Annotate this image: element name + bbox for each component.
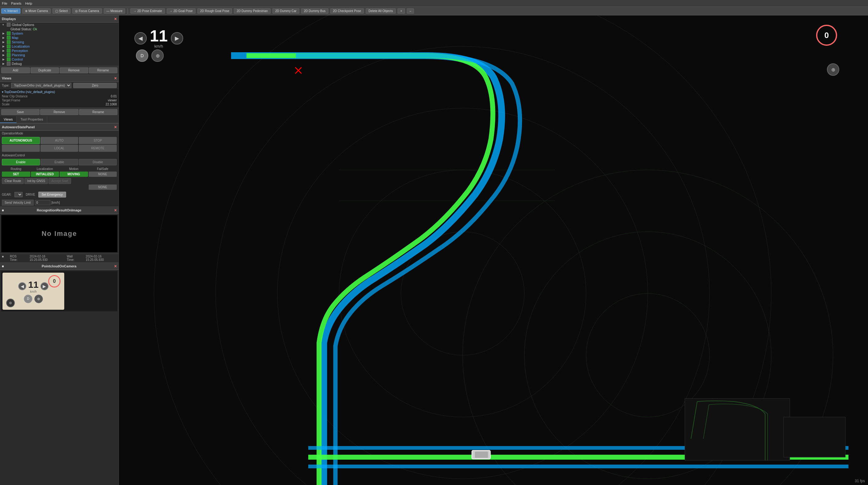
checkbox-icon[interactable] (7, 23, 10, 27)
rename-view-button[interactable]: Rename (79, 109, 117, 115)
tree-planning[interactable]: ▶ Planning (0, 53, 119, 57)
select-button[interactable]: ▢ Select (53, 8, 70, 13)
tree-control[interactable]: ▶ Control (0, 57, 119, 61)
mini-prev-button[interactable]: ◀ (18, 282, 26, 290)
autoware-panel-title: AutowareStatePanel (2, 125, 35, 129)
menu-panels[interactable]: Panels (11, 2, 22, 5)
arrow-icon-4: ▶ (2, 36, 6, 39)
zero-button[interactable]: Zero (73, 83, 117, 88)
displays-section: Displays × ▾ Global Options Global Statu… (0, 16, 119, 75)
delete-all-button[interactable]: Delete All Objects (366, 8, 396, 13)
views-title: Views (2, 76, 11, 80)
remove-display-button[interactable]: Remove (60, 67, 88, 73)
views-close[interactable]: × (114, 76, 117, 81)
checkbox-sensing[interactable] (7, 40, 10, 44)
duplicate-button[interactable]: Duplicate (31, 67, 59, 73)
tab-tool-properties[interactable]: Tool Properties (17, 116, 47, 123)
menu-help[interactable]: Help (25, 2, 32, 5)
clear-route-button[interactable]: Clear Route (2, 178, 24, 184)
speed-value: 11 (150, 28, 168, 44)
failsafe-header: FailSafe (89, 167, 117, 171)
cursor-icon: ↖ (4, 9, 6, 13)
checkbox-planning[interactable] (7, 53, 10, 57)
dummy-bus-button[interactable]: 2D Dummy Bus (301, 8, 328, 13)
rough-goal-button[interactable]: 2D Rough Goal Pose (197, 8, 232, 13)
add-display-button[interactable]: Add (1, 67, 30, 73)
tree-system[interactable]: ▶ System (0, 31, 119, 35)
svg-rect-14 (685, 398, 790, 460)
tree-map[interactable]: ▶ Map (0, 35, 119, 40)
tree-global-options[interactable]: ▾ Global Options (0, 23, 119, 27)
localization-label: Localization (12, 45, 30, 48)
extra-icon-button[interactable]: ⊕ (827, 63, 839, 76)
dummy-pedestrian-button[interactable]: 2D Dummy Pedestrian (234, 8, 271, 13)
tab-views[interactable]: Views (0, 116, 17, 123)
gear-select[interactable] (14, 192, 23, 197)
view-type-select[interactable]: TopDownOrtho (rviz_default_plugins) (11, 83, 71, 88)
dummy-car-button[interactable]: 2D Dummy Car (273, 8, 299, 13)
checkpoint-pose-button[interactable]: 2D Checkpoint Pose (330, 8, 364, 13)
move-camera-button[interactable]: ⊕ Move Camera (22, 8, 51, 13)
checkbox-map[interactable] (7, 36, 10, 39)
measure-icon: — (106, 9, 110, 13)
local-button[interactable]: LOCAL (40, 145, 79, 152)
disable-button[interactable]: Disable (79, 159, 117, 165)
tree-perception[interactable]: ▶ Perception (0, 49, 119, 53)
enable-button[interactable]: Enable (2, 159, 40, 165)
checkbox-localization[interactable] (7, 45, 10, 48)
stop-button[interactable]: STOP (79, 137, 117, 144)
remove-view-button[interactable]: Remove (40, 109, 79, 115)
set-emergency-button[interactable]: Set Emergency (38, 192, 66, 198)
speed-prev-button[interactable]: ◀ (134, 32, 147, 45)
autonomous-button[interactable]: AUTONOMOUS (2, 137, 40, 144)
mini-next-button[interactable]: ▶ (40, 282, 49, 290)
pointcloud-header: ■ PointcloudOnCamera × (0, 263, 119, 270)
routing-badge: SET (2, 172, 30, 177)
mini-speed-display: ◀ 11 km/h ▶ (18, 280, 48, 293)
checkbox-control[interactable] (7, 57, 10, 61)
velocity-input[interactable] (35, 200, 50, 205)
checkbox-system[interactable] (7, 31, 10, 35)
tree-debug[interactable]: ▶ Debug (0, 61, 119, 66)
mini-speedometer: 0 ◀ 11 km/h ▶ D ⊕ (2, 273, 64, 310)
tree-sensing[interactable]: ▶ Sensing (0, 40, 119, 44)
recognition-close[interactable]: × (114, 208, 117, 213)
displays-close[interactable]: × (114, 17, 117, 21)
panel-tabs: Views Tool Properties (0, 116, 119, 123)
auto-button[interactable]: AUTO (40, 137, 79, 144)
mini-gear-indicator[interactable]: ⊕ (6, 298, 15, 307)
target-frame-row: Target Frame viewer (2, 98, 117, 102)
tree-localization[interactable]: ▶ Localization (0, 44, 119, 49)
arrow-icon-10: ▶ (2, 62, 6, 65)
checkbox-perception[interactable] (7, 49, 10, 53)
gear-drive-row: GEAR: DRIVE Set Emergency (0, 191, 119, 199)
speed-ring-value: 0 (825, 31, 829, 40)
speed-next-button[interactable]: ▶ (171, 32, 183, 45)
measure-button[interactable]: — Measure (104, 8, 125, 13)
init-gnss-button[interactable]: Init by GNSS (24, 178, 48, 184)
send-velocity-button[interactable]: Send Velocity Limit (2, 200, 34, 205)
pose-estimate-button[interactable]: → 2D Pose Estimate (130, 8, 165, 13)
rename-button[interactable]: Rename (89, 67, 118, 73)
mini-steering-button[interactable]: ⊕ (34, 294, 43, 303)
sensing-label: Sensing (12, 40, 24, 44)
current-view-header: ▾ TopDownOrtho (rviz_default_plugins) (2, 90, 117, 94)
checkbox-debug[interactable] (7, 62, 10, 65)
goal-pose-button[interactable]: → 2D Goal Pose (167, 8, 195, 13)
pointcloud-close[interactable]: × (114, 264, 117, 268)
focus-camera-button[interactable]: ◎ Focus Camera (72, 8, 102, 13)
failsafe-badge-2: NONE (89, 184, 117, 190)
remote-button[interactable]: REMOTE (79, 145, 117, 152)
remove-toolbar-button[interactable]: – (407, 8, 414, 13)
add-toolbar-button[interactable]: + (398, 8, 405, 13)
mini-d-button[interactable]: D (24, 294, 32, 303)
save-view-button[interactable]: Save (1, 109, 39, 115)
motion-badge: MOVING (60, 172, 88, 177)
menu-file[interactable]: File (2, 2, 7, 5)
motion-header: Motion (60, 167, 88, 171)
drive-mode-button[interactable]: D (136, 50, 148, 62)
steering-mode-button[interactable]: ⊕ (151, 50, 164, 62)
interact-button[interactable]: ↖ Interact (1, 8, 21, 13)
autoware-panel-close[interactable]: × (114, 124, 117, 130)
viewport[interactable]: ◀ 11 km/h ▶ 0 D ⊕ ⊕ 31 fps (119, 16, 868, 485)
